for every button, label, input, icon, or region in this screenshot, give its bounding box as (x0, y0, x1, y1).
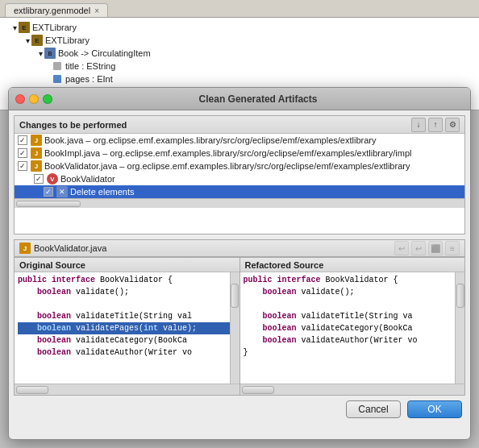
tree-item-label: title : EString (65, 61, 115, 71)
changes-list: J Book.java – org.eclipse.emf.examples.l… (15, 134, 464, 198)
settings-icon[interactable]: ⚙ (445, 118, 460, 132)
tree-item-label: EXTLibrary (45, 35, 90, 45)
code-line: } (244, 346, 462, 359)
checkbox-bookimpl[interactable] (18, 148, 27, 158)
file-bar: J BookValidator.java ↩ ↩ ⬛ ≡ (14, 239, 465, 257)
refactored-hscrollbar-thumb[interactable] (242, 386, 274, 394)
tree-item-label: EXTLibrary (32, 23, 77, 32)
change-item-bookimpl[interactable]: J BookImpl.java – org.eclipse.emf.exampl… (15, 147, 464, 160)
changes-toolbar: ↓ ↑ ⚙ (411, 118, 460, 132)
file-icon: J (19, 243, 31, 255)
tab-label: extlibrary.genmodel (14, 6, 90, 15)
source-panels: Original Source public interface BookVal… (14, 257, 465, 396)
code-line: boolean validate(); (244, 286, 462, 298)
cancel-button[interactable]: Cancel (346, 400, 401, 418)
original-source-panel: Original Source public interface BookVal… (15, 258, 240, 395)
file-action4-icon[interactable]: ≡ (445, 241, 460, 255)
tree-arrow[interactable]: ▾ (26, 36, 30, 45)
code-line: boolean validateTitle(String va (244, 310, 462, 322)
tree-item[interactable]: ▾ B Book -> CirculatingItem (0, 47, 479, 60)
extlibrary-icon: E (19, 22, 30, 33)
change-item-label: BookValidator (60, 174, 115, 184)
tree-item[interactable]: ▾ E EXTLibrary (0, 34, 479, 47)
original-vscrollbar[interactable] (230, 272, 240, 384)
change-item-label: BookImpl.java – org.eclipse.emf.examples… (44, 148, 411, 158)
refactored-vscrollbar[interactable] (455, 272, 464, 384)
checkbox-book[interactable] (18, 135, 27, 145)
changes-panel: Changes to be performed ↓ ↑ ⚙ J Book.jav… (14, 115, 465, 234)
file-toolbar: ↩ ↩ ⬛ ≡ (394, 241, 460, 255)
java-validator-icon: J (31, 160, 42, 172)
dialog-titlebar: Clean Generated Artifacts (9, 88, 470, 110)
checkbox-bookvalidator[interactable] (18, 161, 27, 171)
minimize-button[interactable] (29, 94, 39, 104)
refactored-hscrollbar[interactable] (240, 384, 465, 395)
genmodel-tab[interactable]: extlibrary.genmodel × (5, 3, 108, 17)
tab-bar: extlibrary.genmodel × (0, 0, 479, 18)
original-hscrollbar[interactable] (15, 384, 240, 395)
tab-close-button[interactable]: × (94, 6, 99, 15)
maximize-button[interactable] (43, 94, 52, 104)
up-icon[interactable]: ↑ (428, 118, 443, 132)
file-name: BookValidator.java (34, 243, 394, 253)
change-item-label: Delete elements (70, 187, 135, 197)
code-line: boolean validateAuthor(Writer vo (18, 346, 236, 359)
refactored-source-panel: Refactored Source public interface BookV… (240, 258, 465, 395)
down-icon[interactable]: ↓ (411, 118, 426, 132)
tree-item[interactable]: pages : EInt (0, 73, 479, 85)
traffic-lights (15, 94, 52, 104)
code-line: public interface BookValidator { (244, 274, 462, 286)
change-item-label: Book.java – org.eclipse.emf.examples.lib… (44, 135, 376, 145)
original-source-header: Original Source (15, 258, 240, 272)
java-impl-icon: J (31, 147, 42, 159)
ok-button[interactable]: OK (407, 400, 462, 418)
tree-arrow[interactable]: ▾ (39, 49, 43, 58)
changes-header: Changes to be performed ↓ ↑ ⚙ (15, 116, 464, 134)
tree-arrow[interactable]: ▾ (13, 23, 17, 32)
tree-item-label: Book -> CirculatingItem (58, 48, 151, 58)
original-hscrollbar-thumb[interactable] (16, 386, 48, 394)
validator-icon: V (47, 173, 58, 185)
tree-item[interactable]: title : EString (0, 60, 479, 73)
changes-hscrollbar-thumb[interactable] (16, 201, 81, 207)
code-line: public interface BookValidator { (18, 274, 236, 286)
dialog-title: Clean Generated Artifacts (52, 93, 464, 105)
dialog-buttons: Cancel OK (9, 396, 470, 423)
book-icon: B (44, 48, 56, 59)
java-icon: J (31, 135, 42, 146)
code-line: boolean validateAuthor(Writer vo (244, 334, 462, 346)
checkbox-delete[interactable]: ✓ (44, 187, 53, 197)
clean-artifacts-dialog: Clean Generated Artifacts Changes to be … (8, 87, 471, 440)
file-action1-icon[interactable]: ↩ (394, 241, 409, 255)
code-line: boolean validateCategory(BookCa (18, 334, 236, 346)
change-item-bookvalidator[interactable]: J BookValidator.java – org.eclipse.emf.e… (15, 160, 464, 172)
change-item-validator-node[interactable]: V BookValidator (15, 172, 464, 185)
changes-title: Changes to be performed (19, 120, 411, 130)
tree-item-label: pages : EInt (65, 74, 113, 84)
refactored-source-code: public interface BookValidator { boolean… (240, 272, 465, 384)
extlibrary2-icon: E (31, 35, 43, 46)
original-vscrollbar-thumb[interactable] (231, 284, 239, 308)
code-line: boolean validateTitle(String val (18, 310, 236, 322)
change-item-delete[interactable]: ✓ ✕ Delete elements (15, 185, 464, 198)
tree-item[interactable]: ▾ E EXTLibrary (0, 21, 479, 34)
code-line: boolean validate(); (18, 286, 236, 298)
changes-hscrollbar[interactable] (15, 198, 464, 208)
delete-icon: ✕ (56, 186, 68, 197)
field-gray-icon (52, 60, 63, 72)
code-line: boolean validateCategory(BookCa (244, 322, 462, 334)
field-blue-icon (52, 73, 63, 85)
file-action2-icon[interactable]: ↩ (411, 241, 426, 255)
code-line (244, 298, 462, 310)
refactored-vscrollbar-thumb[interactable] (456, 284, 464, 308)
code-line (18, 298, 236, 310)
change-item-book[interactable]: J Book.java – org.eclipse.emf.examples.l… (15, 134, 464, 147)
file-action3-icon[interactable]: ⬛ (428, 241, 443, 255)
checkbox-validator-node[interactable] (34, 174, 44, 184)
code-line-highlighted: boolean validatePages(int value); (18, 322, 236, 334)
close-button[interactable] (15, 94, 25, 104)
original-source-code: public interface BookValidator { boolean… (15, 272, 240, 384)
refactored-source-header: Refactored Source (240, 258, 465, 272)
change-item-label: BookValidator.java – org.eclipse.emf.exa… (44, 161, 410, 171)
